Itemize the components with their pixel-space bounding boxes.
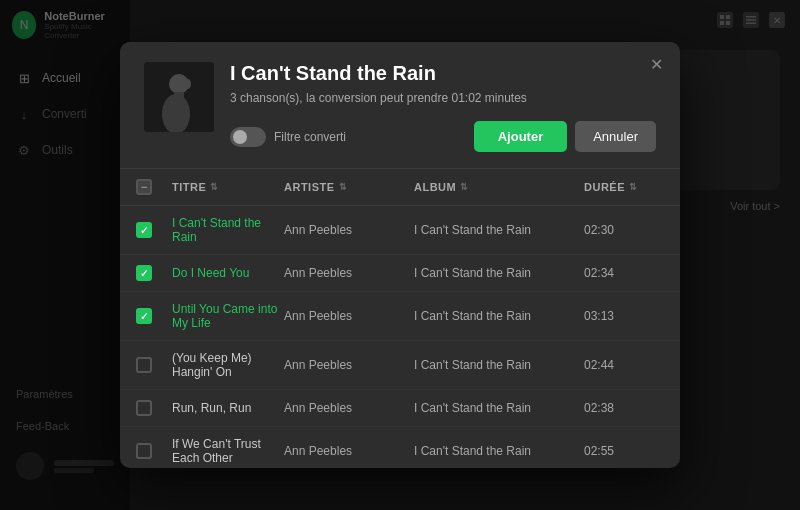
row-title-4: (You Keep Me) Hangin' On [172,351,284,379]
row-duration-4: 02:44 [584,358,664,372]
row-checkbox-4[interactable] [136,357,152,373]
row-album-4: I Can't Stand the Rain [414,358,584,372]
row-checkbox-5[interactable] [136,400,152,416]
album-sort-icon[interactable]: ⇅ [460,182,469,192]
modal-table: TITRE ⇅ ARTISTE ⇅ ALBUM ⇅ DURÉE ⇅ I [120,168,680,468]
table-body: I Can't Stand the Rain Ann Peebles I Can… [120,206,680,468]
filter-toggle[interactable] [230,127,266,147]
row-duration-3: 03:13 [584,309,664,323]
row-checkbox-1[interactable] [136,222,152,238]
table-row[interactable]: If We Can't Trust Each Other Ann Peebles… [120,427,680,468]
row-album-1: I Can't Stand the Rain [414,223,584,237]
row-artist-5: Ann Peebles [284,401,414,415]
row-artist-2: Ann Peebles [284,266,414,280]
artiste-sort-icon[interactable]: ⇅ [339,182,348,192]
row-artist-3: Ann Peebles [284,309,414,323]
table-row[interactable]: Do I Need You Ann Peebles I Can't Stand … [120,255,680,292]
table-row[interactable]: Run, Run, Run Ann Peebles I Can't Stand … [120,390,680,427]
album-art [144,62,214,132]
modal-overlay: I Can't Stand the Rain 3 chanson(s), la … [0,0,800,510]
row-duration-1: 02:30 [584,223,664,237]
duree-sort-icon[interactable]: ⇅ [629,182,638,192]
table-header: TITRE ⇅ ARTISTE ⇅ ALBUM ⇅ DURÉE ⇅ [120,169,680,206]
add-button[interactable]: Ajouter [474,121,568,152]
titre-sort-icon[interactable]: ⇅ [210,182,219,192]
modal-close-button[interactable]: ✕ [646,54,666,74]
row-album-2: I Can't Stand the Rain [414,266,584,280]
table-row[interactable]: Until You Came into My Life Ann Peebles … [120,292,680,341]
table-row[interactable]: (You Keep Me) Hangin' On Ann Peebles I C… [120,341,680,390]
row-title-1: I Can't Stand the Rain [172,216,284,244]
modal-title: I Can't Stand the Rain [230,62,656,85]
table-row[interactable]: I Can't Stand the Rain Ann Peebles I Can… [120,206,680,255]
row-duration-2: 02:34 [584,266,664,280]
modal-header: I Can't Stand the Rain 3 chanson(s), la … [120,42,680,168]
col-header-duree: DURÉE ⇅ [584,179,664,195]
row-duration-5: 02:38 [584,401,664,415]
row-checkbox-3[interactable] [136,308,152,324]
col-header-artiste: ARTISTE ⇅ [284,179,414,195]
row-checkbox-6[interactable] [136,443,152,459]
row-artist-1: Ann Peebles [284,223,414,237]
svg-rect-10 [174,92,184,100]
filter-label: Filtre converti [274,130,346,144]
modal-subtitle: 3 chanson(s), la conversion peut prendre… [230,91,656,105]
row-album-6: I Can't Stand the Rain [414,444,584,458]
row-album-3: I Can't Stand the Rain [414,309,584,323]
modal-controls: Filtre converti Ajouter Annuler [230,121,656,152]
row-title-6: If We Can't Trust Each Other [172,437,284,465]
row-album-5: I Can't Stand the Rain [414,401,584,415]
row-checkbox-2[interactable] [136,265,152,281]
row-title-5: Run, Run, Run [172,401,284,415]
svg-point-11 [185,79,191,89]
row-artist-6: Ann Peebles [284,444,414,458]
row-title-2: Do I Need You [172,266,284,280]
modal-buttons: Ajouter Annuler [474,121,656,152]
select-all-checkbox[interactable] [136,179,152,195]
filter-toggle-container: Filtre converti [230,127,346,147]
modal-info: I Can't Stand the Rain 3 chanson(s), la … [230,62,656,152]
album-art-inner [144,62,214,132]
cancel-button[interactable]: Annuler [575,121,656,152]
row-title-3: Until You Came into My Life [172,302,284,330]
modal-dialog: I Can't Stand the Rain 3 chanson(s), la … [120,42,680,468]
row-artist-4: Ann Peebles [284,358,414,372]
col-header-album: ALBUM ⇅ [414,179,584,195]
row-duration-6: 02:55 [584,444,664,458]
col-header-titre: TITRE ⇅ [172,179,284,195]
